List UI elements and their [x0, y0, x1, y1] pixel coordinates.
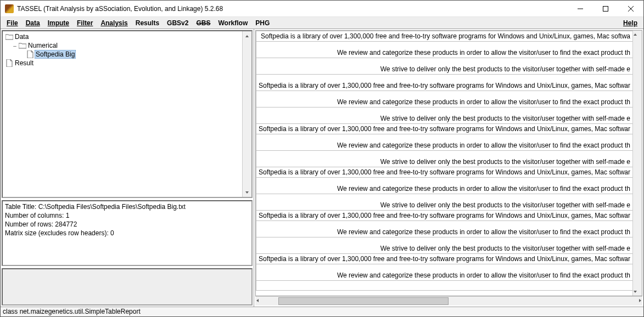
- table-cell[interactable]: We review and categorize these products …: [256, 42, 633, 58]
- table-row[interactable]: Softpedia is a library of over 1,300,000…: [256, 124, 633, 134]
- scroll-track[interactable]: [243, 41, 251, 188]
- menu-data[interactable]: Data: [22, 18, 44, 28]
- folder-icon: [5, 33, 14, 41]
- tree-vscrollbar[interactable]: [242, 31, 251, 197]
- title-bar: TASSEL (Trait Analysis by aSSociation, E…: [1, 1, 643, 17]
- data-table[interactable]: Softpedia is a library of over 1,300,000…: [256, 31, 632, 291]
- tree-node-data[interactable]: Data: [4, 32, 241, 41]
- menu-gbsv2[interactable]: GBSv2: [163, 18, 192, 28]
- collapse-icon[interactable]: –: [12, 43, 18, 49]
- tree-node-softpedia[interactable]: Softpedia Big: [4, 50, 241, 59]
- info-line: Table Title: C:\Softpedia Files\Softpedi…: [5, 202, 249, 211]
- table-row[interactable]: We review and categorize these products …: [256, 42, 633, 58]
- folder-icon: [18, 42, 27, 49]
- info-line: Number of rows: 284772: [5, 220, 249, 229]
- menu-impute[interactable]: Impute: [44, 18, 73, 28]
- data-table-scroll[interactable]: Softpedia is a library of over 1,300,000…: [256, 31, 632, 296]
- status-bar: class net.maizegenetics.util.SimpleTable…: [1, 307, 643, 316]
- menu-filter[interactable]: Filter: [73, 18, 97, 28]
- scroll-down-icon[interactable]: [633, 288, 642, 296]
- menu-gbs[interactable]: GBS: [192, 18, 214, 28]
- table-cell[interactable]: Softpedia is a library of over 1,300,000…: [256, 124, 633, 134]
- tree-label: Softpedia Big: [35, 50, 76, 59]
- window-controls: [568, 1, 643, 17]
- table-cell[interactable]: We strive to deliver only the best produ…: [256, 58, 633, 75]
- table-cell[interactable]: Softpedia is a library of over 1,300,000…: [256, 254, 633, 264]
- table-cell[interactable]: Softpedia is a library of over 1,300,000…: [256, 75, 633, 91]
- menu-phg[interactable]: PHG: [251, 18, 273, 28]
- page-icon: [5, 59, 14, 67]
- scroll-up-icon[interactable]: [243, 31, 251, 41]
- info-pane: Table Title: C:\Softpedia Files\Softpedi…: [2, 200, 253, 266]
- menu-help[interactable]: Help: [619, 18, 641, 28]
- maximize-button[interactable]: [593, 1, 618, 17]
- table-cell[interactable]: Softpedia is a library of over 1,300,000…: [256, 211, 633, 221]
- close-button[interactable]: [618, 1, 643, 17]
- table-cell[interactable]: We review and categorize these products …: [256, 264, 633, 281]
- table-cell[interactable]: Softpedia is a library of over 1,300,000…: [256, 31, 633, 42]
- status-text: class net.maizegenetics.util.SimpleTable…: [3, 308, 141, 315]
- left-column: Data – Numerical Softpedia Big: [1, 29, 254, 307]
- menu-results[interactable]: Results: [132, 18, 163, 28]
- table-row[interactable]: We review and categorize these products …: [256, 178, 633, 194]
- table-cell[interactable]: We review and categorize these products …: [256, 178, 633, 194]
- workspace: Data – Numerical Softpedia Big: [1, 29, 643, 307]
- info-line: Matrix size (excludes row headers): 0: [5, 229, 249, 237]
- table-row[interactable]: Softpedia is a library of over 1,300,000…: [256, 31, 633, 42]
- table-row[interactable]: [256, 281, 633, 291]
- right-column: Softpedia is a library of over 1,300,000…: [255, 30, 642, 305]
- svg-rect-1: [603, 6, 608, 11]
- table-vscrollbar[interactable]: [632, 31, 642, 296]
- scroll-track[interactable]: [633, 38, 642, 288]
- scroll-up-icon[interactable]: [633, 31, 642, 38]
- bottom-pane: [2, 268, 253, 305]
- table-row[interactable]: Softpedia is a library of over 1,300,000…: [256, 254, 633, 264]
- table-cell[interactable]: [256, 281, 633, 291]
- scroll-right-icon[interactable]: [638, 297, 642, 305]
- table-row[interactable]: We strive to deliver only the best produ…: [256, 194, 633, 211]
- menu-bar: File Data Impute Filter Analysis Results…: [1, 17, 643, 29]
- menu-analysis[interactable]: Analysis: [97, 18, 131, 28]
- table-row[interactable]: Softpedia is a library of over 1,300,000…: [256, 211, 633, 221]
- app-icon: [5, 4, 14, 13]
- scroll-left-icon[interactable]: [255, 297, 260, 305]
- tree[interactable]: Data – Numerical Softpedia Big: [3, 31, 242, 197]
- table-row[interactable]: We review and categorize these products …: [256, 264, 633, 281]
- tree-pane: Data – Numerical Softpedia Big: [2, 30, 253, 198]
- tree-node-numerical[interactable]: – Numerical: [4, 41, 241, 50]
- page-icon: [26, 50, 35, 58]
- table-cell[interactable]: We strive to deliver only the best produ…: [256, 107, 633, 124]
- table-row[interactable]: Softpedia is a library of over 1,300,000…: [256, 75, 633, 91]
- scroll-track[interactable]: [260, 297, 638, 305]
- tree-label: Numerical: [27, 42, 59, 49]
- table-row[interactable]: We strive to deliver only the best produ…: [256, 107, 633, 124]
- table-cell[interactable]: We review and categorize these products …: [256, 91, 633, 107]
- table-row[interactable]: We strive to deliver only the best produ…: [256, 151, 633, 167]
- table-row[interactable]: We strive to deliver only the best produ…: [256, 237, 633, 254]
- table-row[interactable]: Softpedia is a library of over 1,300,000…: [256, 167, 633, 178]
- table-row[interactable]: We review and categorize these products …: [256, 134, 633, 151]
- data-table-area: Softpedia is a library of over 1,300,000…: [255, 30, 642, 296]
- scroll-down-icon[interactable]: [243, 188, 251, 197]
- menu-file[interactable]: File: [3, 18, 22, 28]
- table-row[interactable]: We strive to deliver only the best produ…: [256, 58, 633, 75]
- tree-label: Data: [14, 33, 30, 41]
- table-cell[interactable]: We strive to deliver only the best produ…: [256, 194, 633, 211]
- table-cell[interactable]: We review and categorize these products …: [256, 134, 633, 151]
- menu-workflow[interactable]: Workflow: [214, 18, 251, 28]
- window-title: TASSEL (Trait Analysis by aSSociation, E…: [17, 5, 568, 13]
- minimize-button[interactable]: [568, 1, 593, 17]
- table-cell[interactable]: Softpedia is a library of over 1,300,000…: [256, 167, 633, 178]
- table-cell[interactable]: We strive to deliver only the best produ…: [256, 237, 633, 254]
- table-cell[interactable]: We strive to deliver only the best produ…: [256, 151, 633, 167]
- table-cell[interactable]: We review and categorize these products …: [256, 221, 633, 237]
- table-row[interactable]: We review and categorize these products …: [256, 91, 633, 107]
- table-row[interactable]: We review and categorize these products …: [256, 221, 633, 237]
- scroll-thumb[interactable]: [278, 297, 449, 305]
- info-line: Number of columns: 1: [5, 211, 249, 220]
- tree-node-result[interactable]: Result: [4, 59, 241, 67]
- tree-label: Result: [14, 59, 35, 67]
- table-hscrollbar[interactable]: [255, 296, 642, 305]
